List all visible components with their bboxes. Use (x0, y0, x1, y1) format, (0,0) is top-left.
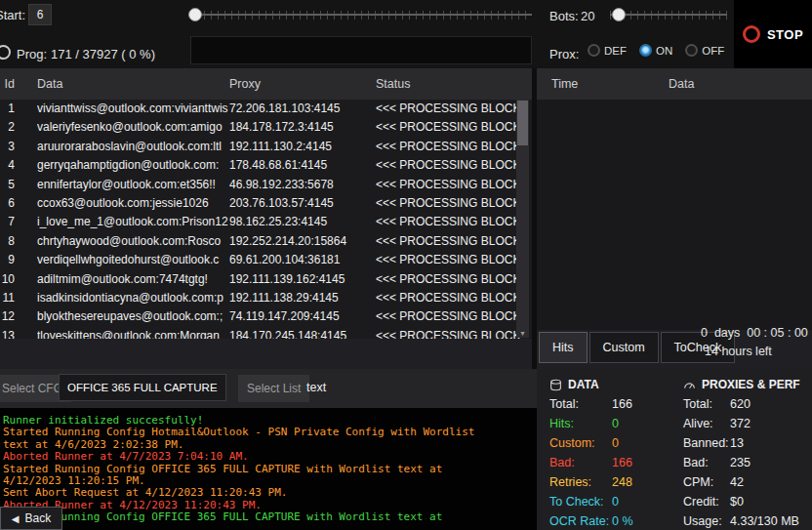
table-row[interactable]: 4gerryqahamptigdion@outlook.com:178.48.6… (0, 156, 532, 175)
stat-label: CPM: (683, 475, 730, 489)
start-label: Start: (0, 8, 25, 22)
column-status[interactable]: Status (376, 68, 532, 100)
cell-proxy: 203.76.103.57:4145 (229, 194, 376, 213)
table-row[interactable]: 6ccox63@outlook.com:jessie1026203.76.103… (0, 194, 532, 213)
cell-id: 7 (2, 213, 37, 231)
radio-icon (685, 44, 698, 57)
start-slider[interactable] (190, 6, 532, 21)
stat-value: 248 (612, 475, 632, 489)
stop-icon (743, 25, 760, 43)
cell-data: aruuroraraboslavin@outlook.com:ltl (37, 138, 229, 156)
log-line: Aborted Runner at 4/7/2023 7:04:10 AM. (3, 451, 537, 463)
speedometer-icon (683, 379, 696, 391)
cell-data: blyokthesereupaves@outlook.com:; (37, 307, 229, 326)
column-proxy[interactable]: Proxy (229, 68, 376, 100)
stat-label: Usage: (683, 514, 730, 528)
cell-id: 4 (2, 156, 37, 175)
scrollbar-thumb[interactable] (517, 101, 528, 145)
cell-proxy: 98.162.25.23:4145 (229, 213, 376, 231)
table-row[interactable]: 1vivianttwiss@outlook.com:vivianttwis72.… (0, 100, 532, 118)
scroll-down-icon[interactable]: ▼ (516, 330, 529, 337)
stat-row: Hits:0 (549, 417, 633, 436)
tab-hits[interactable]: Hits (539, 332, 588, 363)
cell-status: <<< PROCESSING BLOCK (376, 100, 532, 118)
select-list-button[interactable]: Select List (238, 375, 309, 402)
stat-row: Alive:372 (683, 417, 800, 436)
row-id: 1 (2, 100, 15, 118)
stat-row: Retries:248 (549, 475, 633, 495)
row-id: 9 (2, 251, 15, 269)
stat-label: Credit: (683, 495, 730, 509)
vertical-scrollbar[interactable]: ▼ (516, 100, 529, 338)
bots-slider[interactable] (610, 6, 727, 21)
radio-icon (588, 44, 600, 57)
column-data[interactable]: Data (669, 68, 812, 100)
table-row[interactable]: 5ennifertaylor@outlook.com:et356!!46.98.… (0, 176, 532, 194)
cell-id: 1 (2, 100, 37, 118)
cell-id: 3 (2, 138, 37, 156)
stop-button[interactable]: STOP (734, 0, 812, 68)
table-row[interactable]: 13tloveskittens@outlook.com:Morgan184.17… (0, 327, 532, 339)
cell-proxy: 72.206.181.103:4145 (229, 100, 376, 118)
proxy-mode-on[interactable]: ON (639, 44, 672, 57)
stat-label: Banned: (683, 436, 730, 450)
cell-id: 2 (2, 118, 37, 137)
stat-label: Alive: (683, 417, 730, 430)
progress-input[interactable] (190, 36, 532, 64)
row-id: 11 (2, 289, 15, 307)
cell-data: chrtyhaywood@outlook.com:Rosco (37, 232, 229, 251)
cell-status: <<< PROCESSING BLOCK (376, 213, 532, 231)
back-button[interactable]: ◀ Back (0, 507, 62, 530)
progress-ring-icon (0, 45, 11, 60)
hits-panel: Time Data HitsCustomToCheck 0 days 00 : … (537, 68, 812, 369)
cell-data: i_love_me_1@outlook.com:Prison12 (37, 213, 229, 231)
radio-label: OFF (702, 45, 724, 57)
cell-data: vivianttwiss@outlook.com:vivianttwis (37, 100, 229, 118)
log-line: Started Running Config Hotmail&Outlook -… (3, 427, 537, 438)
proxy-mode-off[interactable]: OFF (685, 44, 724, 57)
start-input[interactable]: 6 (28, 4, 52, 25)
runner-window: Start: 6 Bots: 20 Prog: 171 / 37927 ( 0 … (0, 0, 812, 530)
row-id: 10 (2, 270, 15, 289)
cell-status: <<< PROCESSING BLOCK (376, 194, 532, 213)
table-row[interactable]: 11isadkinsidontiacyna@outlook.com:p192.1… (0, 289, 532, 307)
cell-id: 11 (2, 289, 37, 307)
table-row[interactable]: 7i_love_me_1@outlook.com:Prison1298.162.… (0, 213, 532, 231)
stat-value: 620 (730, 397, 751, 411)
cell-status: <<< PROCESSING BLOCK (376, 118, 532, 137)
cell-proxy: 184.170.245.148:4145 (229, 327, 376, 339)
table-row[interactable]: 9verdiqellwhgoitedohurst@outlook.c69.61.… (0, 251, 532, 269)
tab-custom[interactable]: Custom (589, 332, 659, 363)
config-name-box[interactable]: OFFICE 365 FULL CAPTURE (59, 374, 226, 401)
stat-value: 235 (730, 456, 751, 469)
runner-log: Runner initialized succesfully!Started R… (0, 408, 537, 530)
stat-value: 0 (612, 495, 619, 509)
column-id[interactable]: Id (2, 68, 37, 100)
table-row[interactable]: 3aruuroraraboslavin@outlook.com:ltl192.1… (0, 138, 532, 156)
stat-row: Total:166 (549, 397, 633, 417)
table-row[interactable]: 8chrtyhaywood@outlook.com:Rosco192.252.2… (0, 232, 532, 251)
cell-proxy: 192.111.138.29:4145 (229, 289, 376, 307)
stat-value: 166 (612, 456, 632, 469)
cell-data: tloveskittens@outlook.com:Morgan (37, 327, 229, 339)
table-row[interactable]: 2valeriyfesenko@outlook.com:amigo184.178… (0, 118, 532, 137)
stat-label: Hits: (549, 417, 612, 430)
log-line: Started Running Config OFFICE 365 FULL C… (3, 511, 537, 523)
slider-thumb[interactable] (188, 8, 202, 21)
cell-status: <<< PROCESSING BLOCK (376, 251, 532, 269)
proxy-mode-def[interactable]: DEF (588, 44, 627, 57)
cell-id: 13 (2, 327, 37, 339)
stat-row: Bad:235 (683, 456, 800, 475)
results-panel: Id Data Proxy Status 1vivianttwiss@outlo… (0, 68, 532, 369)
cell-proxy: 178.48.68.61:4145 (229, 156, 376, 175)
slider-thumb[interactable] (612, 8, 626, 21)
column-time[interactable]: Time (551, 68, 669, 100)
cell-data: gerryqahamptigdion@outlook.com: (37, 156, 229, 175)
table-row[interactable]: 10adiltmim@outlook.com:7474tgtg!192.111.… (0, 270, 532, 289)
column-data[interactable]: Data (37, 68, 229, 100)
radio-icon (639, 44, 652, 57)
table-row[interactable]: 12blyokthesereupaves@outlook.com:;74.119… (0, 307, 532, 326)
proxy-mode-group: DEFONOFF (588, 44, 724, 57)
radio-label: DEF (604, 45, 627, 57)
cell-data: ennifertaylor@outlook.com:et356!! (37, 176, 229, 194)
